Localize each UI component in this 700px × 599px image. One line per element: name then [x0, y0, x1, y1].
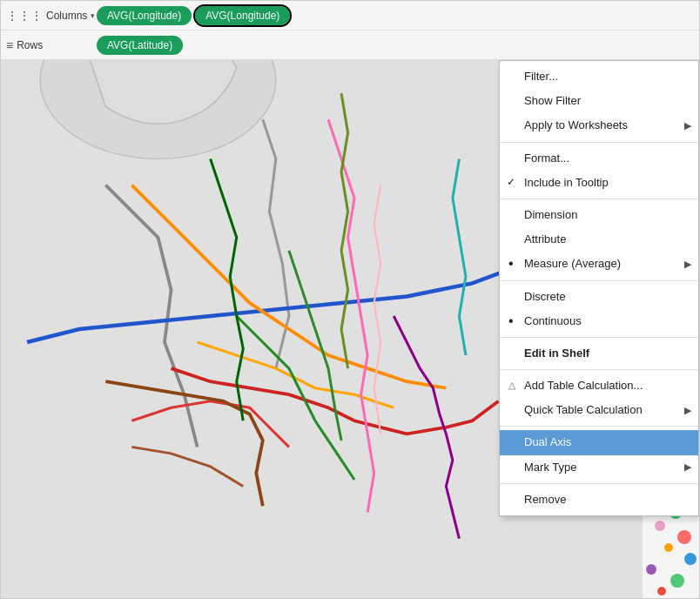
filter-label: Filter... [524, 69, 558, 84]
apply-worksheets-label: Apply to Worksheets [524, 118, 628, 133]
include-tooltip-check: ✓ [507, 175, 515, 190]
menu-item-discrete[interactable]: Discrete [500, 285, 698, 309]
mark-type-label: Mark Type [524, 460, 576, 475]
columns-shelf: ⋮⋮⋮ Columns ▾ AVG(Longitude) AVG(Longitu… [1, 1, 699, 30]
svg-point-51 [646, 564, 656, 575]
menu-item-include-tooltip[interactable]: ✓ Include in Tooltip [500, 171, 698, 195]
menu-item-continuous[interactable]: • Continuous [500, 309, 698, 333]
svg-point-47 [655, 521, 665, 531]
remove-label: Remove [524, 492, 566, 508]
separator-2 [500, 199, 698, 199]
discrete-label: Discrete [524, 289, 566, 305]
rows-shelf-label: ≡ Rows ▾ [6, 38, 93, 52]
columns-icon: ⋮⋮⋮ [6, 9, 43, 23]
separator-4 [500, 337, 698, 338]
menu-item-mark-type[interactable]: Mark Type ▶ [500, 455, 698, 480]
menu-item-add-table-calc[interactable]: △ Add Table Calculation... [500, 374, 698, 398]
format-label: Format... [524, 151, 569, 166]
svg-point-52 [670, 574, 684, 588]
svg-point-49 [664, 543, 673, 552]
dual-axis-label: Dual Axis [524, 434, 571, 450]
rows-pill-1[interactable]: AVG(Latitude) [97, 36, 183, 55]
include-tooltip-label: Include in Tooltip [524, 175, 609, 191]
columns-pill-1[interactable]: AVG(Longitude) [97, 6, 192, 25]
separator-6 [500, 426, 698, 427]
columns-pill-2[interactable]: AVG(Longitude) [195, 6, 290, 25]
menu-item-attribute[interactable]: Attribute [500, 227, 698, 252]
rows-shelf: ≡ Rows ▾ AVG(Latitude) [1, 30, 699, 60]
menu-item-dual-axis[interactable]: Dual Axis [500, 430, 698, 454]
menu-item-remove[interactable]: Remove [500, 488, 698, 512]
rows-label: Rows [17, 39, 43, 51]
separator-7 [500, 483, 698, 484]
columns-shelf-label: ⋮⋮⋮ Columns ▾ [6, 9, 93, 23]
columns-dropdown-arrow[interactable]: ▾ [91, 11, 95, 20]
attribute-label: Attribute [524, 232, 566, 247]
app-container: ⋮⋮⋮ Columns ▾ AVG(Longitude) AVG(Longitu… [0, 0, 700, 599]
menu-item-dimension[interactable]: Dimension [500, 203, 698, 227]
dimension-label: Dimension [524, 207, 577, 223]
svg-point-53 [657, 587, 666, 596]
columns-label: Columns [46, 10, 87, 22]
main-content: Filter... Show Filter Apply to Worksheet… [1, 60, 699, 598]
menu-item-show-filter[interactable]: Show Filter [500, 89, 698, 113]
menu-item-format[interactable]: Format... [500, 146, 698, 171]
menu-item-edit-shelf[interactable]: Edit in Shelf [500, 341, 698, 366]
edit-shelf-label: Edit in Shelf [524, 346, 589, 361]
separator-3 [500, 280, 698, 281]
rows-icon: ≡ [6, 38, 13, 52]
separator-1 [500, 142, 698, 143]
apply-worksheets-arrow: ▶ [684, 119, 691, 132]
quick-table-calc-arrow: ▶ [684, 404, 691, 417]
continuous-bullet: • [508, 314, 514, 328]
menu-item-measure-avg[interactable]: • Measure (Average) ▶ [500, 252, 698, 276]
add-table-calc-label: Add Table Calculation... [524, 378, 643, 394]
menu-item-apply-worksheets[interactable]: Apply to Worksheets ▶ [500, 113, 698, 138]
svg-point-48 [677, 530, 691, 544]
svg-point-50 [684, 553, 697, 565]
menu-item-quick-table-calc[interactable]: Quick Table Calculation ▶ [500, 398, 698, 422]
menu-item-filter[interactable]: Filter... [500, 64, 698, 89]
mark-type-arrow: ▶ [684, 461, 691, 474]
measure-bullet: • [508, 257, 514, 271]
measure-avg-arrow: ▶ [684, 258, 691, 271]
continuous-label: Continuous [524, 313, 582, 329]
context-menu: Filter... Show Filter Apply to Worksheet… [499, 60, 699, 516]
add-table-calc-triangle: △ [508, 379, 515, 392]
quick-table-calc-label: Quick Table Calculation [524, 402, 643, 418]
measure-avg-label: Measure (Average) [524, 256, 621, 272]
show-filter-label: Show Filter [524, 93, 581, 109]
separator-5 [500, 369, 698, 370]
